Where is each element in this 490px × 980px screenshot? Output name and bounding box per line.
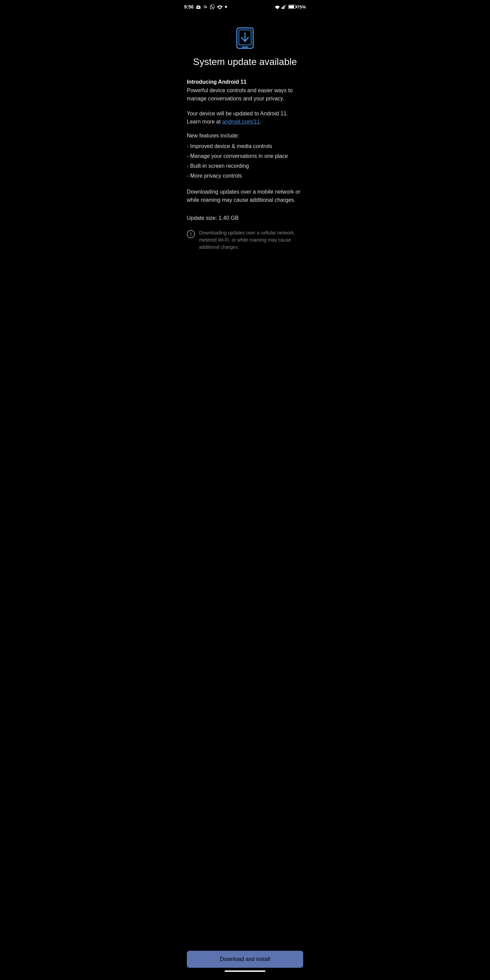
notification-dot [225,6,227,8]
intro-description: Powerful device controls and easier ways… [187,86,303,103]
warning-icon: ! [187,230,195,238]
battery-icon [288,5,296,9]
mobile-warning-text: Downloading updates over a mobile networ… [187,188,303,204]
feature-item-2: - Manage your conversations in one place [187,151,303,161]
wifi-icon [217,5,223,9]
status-bar: 9:56 75% [179,0,311,12]
page-title: System update available [187,56,303,68]
wifi-status-icon [275,5,280,9]
main-content: System update available Introducing Andr… [179,12,311,296]
cellular-warning-text: Downloading updates over a cellular netw… [199,229,303,251]
features-intro: New features include: [187,133,303,139]
svg-rect-2 [283,6,284,9]
intro-section: Introducing Android 11 Powerful device c… [187,79,303,103]
update-icon-container [187,27,303,49]
update-size: Update size: 1.40 GB [187,215,303,221]
android-link[interactable]: android.com/11 [222,119,259,124]
status-bar-right: 75% [275,5,306,10]
intro-title: Introducing Android 11 [187,79,303,85]
svg-rect-1 [282,6,283,9]
whatsapp-icon [210,5,215,9]
update-info-text2: . [259,119,261,124]
features-section: New features include: - Improved device … [187,133,303,181]
update-info-section: Your device will be updated to Android 1… [187,110,303,126]
time-display: 9:56 [184,4,194,10]
phone-update-icon [235,27,255,49]
feature-item-4: - More privacy controls [187,171,303,181]
photo-icon [196,5,201,9]
signal-icon [282,5,286,9]
notes-icon [203,5,208,9]
warning-exclamation: ! [190,231,192,237]
battery-level: 75% [297,5,306,10]
status-bar-left: 9:56 [184,4,227,10]
warning-box: ! Downloading updates over a cellular ne… [187,229,303,251]
mobile-warning-section: Downloading updates over a mobile networ… [187,188,303,204]
feature-item-1: - Improved device & media controls [187,142,303,151]
feature-item-3: - Built-in screen recording [187,161,303,171]
svg-rect-0 [282,7,282,9]
